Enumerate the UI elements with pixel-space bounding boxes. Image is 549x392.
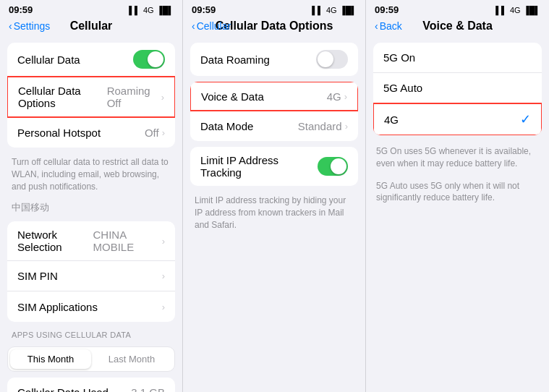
sim-applications-row[interactable]: SIM Applications ›: [7, 291, 175, 322]
chevron-voice-data: ›: [344, 91, 347, 102]
limit-ip-desc: Limit IP address tracking by hiding your…: [183, 192, 365, 235]
limit-ip-toggle[interactable]: [318, 157, 348, 176]
tab-this-month[interactable]: This Month: [10, 349, 91, 369]
apps-section-label: APPS USING CELLULAR DATA: [0, 328, 182, 341]
back-label-3: Back: [380, 20, 402, 32]
chevron-icon-network: ›: [162, 236, 165, 247]
voice-data-4g-text: 4G: [327, 90, 341, 103]
cellular-data-toggle[interactable]: [133, 50, 165, 69]
back-chevron-1: ‹: [9, 20, 12, 32]
chevron-data-mode: ›: [345, 121, 348, 132]
voice-data-value: 4G ›: [327, 90, 347, 103]
cellular-data-options-row[interactable]: Cellular Data Options Roaming Off ›: [7, 76, 175, 118]
network-selection-row[interactable]: Network Selection CHINA MOBILE ›: [7, 221, 175, 261]
status-time-2: 09:59: [192, 4, 216, 15]
5g-on-label: 5G On: [383, 51, 415, 64]
5g-options-group: 5G On 5G Auto 4G ✓: [373, 43, 542, 135]
nav-title-2: Cellular Data Options: [216, 20, 333, 33]
cellular-data-row[interactable]: Cellular Data: [7, 43, 175, 77]
network-type-3: 4G: [510, 6, 521, 14]
nav-title-1: Cellular: [70, 20, 113, 33]
content-1: Cellular Data Cellular Data Options Roam…: [0, 37, 182, 392]
month-tab-group: This Month Last Month: [7, 346, 175, 372]
data-used-row: Cellular Data Used 3.1 GB: [7, 378, 175, 392]
signal-icon-2: ▌▌: [312, 6, 323, 14]
personal-hotspot-label: Personal Hotspot: [17, 127, 101, 139]
checkmark-icon: ✓: [520, 111, 531, 127]
personal-hotspot-value: Off ›: [145, 127, 165, 139]
cellular-info-text: Turn off cellular data to restrict all d…: [0, 153, 182, 197]
data-mode-label: Data Mode: [200, 120, 253, 132]
chevron-icon-hotspot: ›: [162, 127, 165, 138]
status-bar-1: 09:59 ▌▌ 4G ▐█▌: [0, 0, 182, 18]
chevron-icon-options: ›: [161, 92, 164, 103]
hotspot-off-text: Off: [145, 127, 159, 139]
sim-pin-row[interactable]: SIM PIN ›: [7, 261, 175, 291]
status-icons-3: ▌▌ 4G ▐█▌: [495, 6, 540, 14]
cellular-data-group: Cellular Data Cellular Data Options Roam…: [7, 43, 175, 148]
data-roaming-group: Data Roaming: [190, 43, 358, 76]
network-selection-label: Network Selection: [17, 229, 93, 253]
network-selection-value: CHINA MOBILE ›: [93, 229, 165, 253]
status-icons-1: ▌▌ 4G ▐█▌: [129, 6, 174, 14]
sim-applications-label: SIM Applications: [17, 301, 98, 313]
5g-auto-label: 5G Auto: [383, 82, 422, 94]
sim-pin-label: SIM PIN: [17, 270, 58, 282]
china-mobile-text: CHINA MOBILE: [93, 229, 159, 253]
back-button-3[interactable]: ‹ Back: [375, 20, 402, 32]
data-roaming-row[interactable]: Data Roaming: [190, 43, 358, 76]
4g-label: 4G: [384, 114, 399, 126]
network-type-1: 4G: [143, 6, 154, 14]
data-mode-value: Standard ›: [298, 120, 348, 132]
panel-cellular-data-options: 09:59 ▌▌ 4G ▐█▌ ‹ Cellular Cellular Data…: [183, 0, 366, 392]
chevron-icon-simpin: ›: [162, 270, 165, 281]
data-mode-standard-text: Standard: [298, 120, 342, 132]
cellular-data-options-label: Cellular Data Options: [18, 85, 107, 109]
limit-ip-group: Limit IP Address Tracking: [190, 147, 358, 186]
content-3: 5G On 5G Auto 4G ✓ 5G On uses 5G wheneve…: [366, 37, 549, 392]
voice-data-label: Voice & Data: [201, 90, 264, 103]
panel-cellular: 09:59 ▌▌ 4G ▐█▌ ‹ Settings Cellular Cell…: [0, 0, 183, 392]
5g-on-row[interactable]: 5G On: [373, 43, 542, 73]
5g-auto-desc: 5G Auto uses 5G only when it will not si…: [366, 176, 549, 210]
status-bar-3: 09:59 ▌▌ 4G ▐█▌: [366, 0, 549, 18]
data-used-value: 3.1 GB: [131, 386, 165, 392]
back-label-2: Cellular: [197, 20, 231, 32]
back-button-2[interactable]: ‹ Cellular: [192, 20, 231, 32]
nav-title-3: Voice & Data: [422, 20, 493, 33]
data-mode-row[interactable]: Data Mode Standard ›: [190, 111, 358, 141]
limit-ip-row[interactable]: Limit IP Address Tracking: [190, 147, 358, 186]
back-button-1[interactable]: ‹ Settings: [9, 20, 50, 32]
nav-bar-1: ‹ Settings Cellular: [0, 18, 182, 37]
back-label-1: Settings: [14, 20, 51, 32]
limit-ip-label: Limit IP Address Tracking: [200, 154, 318, 179]
voice-data-row[interactable]: Voice & Data 4G ›: [190, 82, 358, 111]
status-icons-2: ▌▌ 4G ▐█▌: [312, 6, 357, 14]
data-roaming-toggle[interactable]: [316, 50, 348, 69]
status-time-3: 09:59: [375, 4, 399, 15]
battery-icon-3: ▐█▌: [524, 6, 540, 14]
voice-data-group: Voice & Data 4G › Data Mode Standard ›: [190, 82, 358, 141]
personal-hotspot-row[interactable]: Personal Hotspot Off ›: [7, 117, 175, 148]
cellular-data-options-value: Roaming Off ›: [107, 85, 164, 109]
roaming-off-text: Roaming Off: [107, 85, 158, 109]
network-type-2: 4G: [326, 6, 337, 14]
panel-voice-data: 09:59 ▌▌ 4G ▐█▌ ‹ Back Voice & Data 5G O…: [366, 0, 549, 392]
signal-icon-3: ▌▌: [495, 6, 507, 14]
content-2: Data Roaming Voice & Data 4G › Data Mode…: [183, 37, 365, 392]
data-usage-group: Cellular Data Used 3.1 GB Roaming 0 byte…: [7, 378, 175, 392]
back-chevron-2: ‹: [192, 20, 195, 32]
battery-icon-2: ▐█▌: [340, 6, 357, 14]
tab-last-month[interactable]: Last Month: [91, 349, 172, 369]
5g-on-desc: 5G On uses 5G whenever it is available, …: [366, 141, 549, 176]
status-bar-2: 09:59 ▌▌ 4G ▐█▌: [183, 0, 365, 18]
data-roaming-label: Data Roaming: [200, 54, 270, 66]
cellular-data-label: Cellular Data: [17, 54, 80, 66]
5g-auto-row[interactable]: 5G Auto: [373, 73, 542, 103]
back-chevron-3: ‹: [375, 20, 378, 32]
status-time-1: 09:59: [9, 4, 33, 15]
nav-bar-3: ‹ Back Voice & Data: [366, 18, 549, 37]
4g-row[interactable]: 4G ✓: [373, 103, 542, 135]
battery-icon-1: ▐█▌: [157, 6, 174, 14]
data-used-label: Cellular Data Used: [17, 386, 108, 392]
